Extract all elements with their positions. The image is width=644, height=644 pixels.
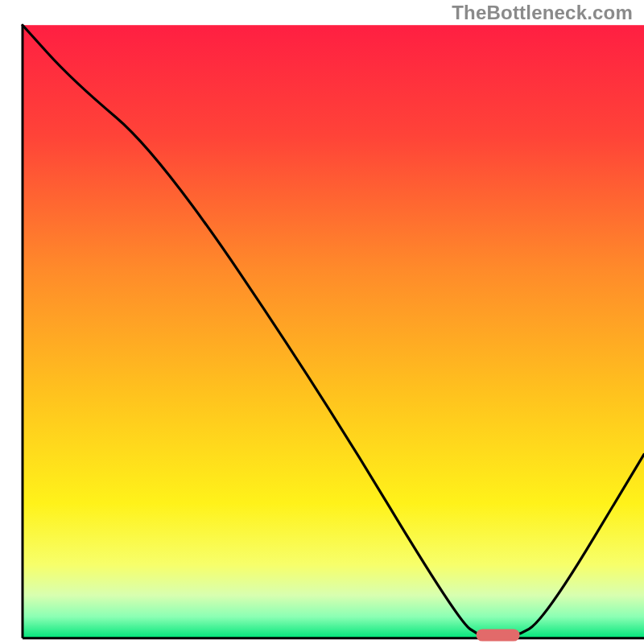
chart-stage: TheBottleneck.com bbox=[0, 0, 644, 644]
bottleneck-chart bbox=[0, 0, 644, 644]
optimal-range-marker bbox=[477, 629, 520, 641]
